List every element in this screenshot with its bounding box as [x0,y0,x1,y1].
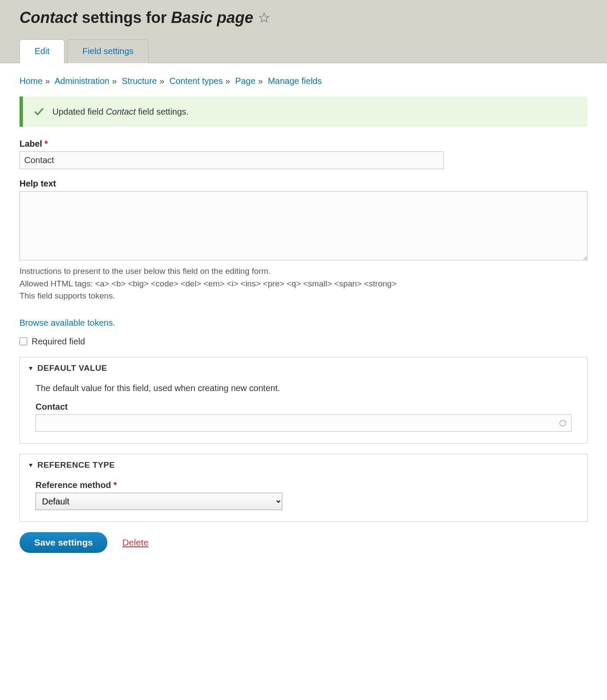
status-suffix: field settings. [136,107,188,116]
help-text-label: Help text [19,179,588,189]
reference-type-panel: ▼ Reference type Reference method * Defa… [19,454,588,522]
default-value-summary[interactable]: ▼ Default value [20,357,587,379]
page-title: Contact settings for Basic page [19,9,588,27]
reference-type-summary[interactable]: ▼ Reference type [20,454,587,476]
required-checkbox[interactable] [19,337,27,345]
star-icon[interactable] [258,12,270,23]
reference-method-label: Reference method * [36,480,571,490]
title-bundle: Basic page [171,9,253,26]
title-field-name: Contact [19,9,77,26]
tab-edit[interactable]: Edit [19,39,65,63]
tab-edit-label: Edit [35,46,49,56]
help-desc-2: Allowed HTML tags: <a> <b> <big> <code> … [19,278,588,290]
default-value-panel: ▼ Default value The default value for th… [19,357,588,443]
tab-field-settings-label: Field settings [82,46,133,56]
breadcrumb-manage-fields[interactable]: Manage fields [268,76,322,86]
status-field: Contact [106,107,136,116]
breadcrumb-admin[interactable]: Administration [55,76,110,86]
breadcrumb: Home» Administration» Structure» Content… [19,76,588,86]
default-value-field-label: Contact [36,402,571,412]
reference-method-select[interactable]: Default [36,493,282,510]
reference-type-summary-text: Reference type [37,460,115,470]
label-title-text: Label [19,139,42,148]
title-middle: settings for [77,9,171,26]
required-marker: * [113,480,117,490]
breadcrumb-structure[interactable]: Structure [122,76,157,86]
required-checkbox-label: Required field [32,337,85,347]
status-message: Updated field Contact field settings. [19,96,588,127]
throbber-icon [559,420,566,427]
svg-marker-0 [259,13,269,22]
delete-link[interactable]: Delete [122,537,149,548]
default-value-input[interactable] [36,414,571,432]
triangle-down-icon: ▼ [28,365,34,372]
breadcrumb-page[interactable]: Page [235,76,255,86]
browse-tokens-link[interactable]: Browse available tokens. [19,318,115,328]
save-button[interactable]: Save settings [19,532,107,553]
help-desc-1: Instructions to present to the user belo… [19,265,588,278]
required-marker: * [45,139,48,148]
primary-tabs: Edit Field settings [19,39,588,63]
help-desc-3: This field supports tokens. [19,290,588,302]
triangle-down-icon: ▼ [28,462,34,469]
default-value-summary-text: Default value [37,363,107,373]
status-prefix: Updated field [52,107,106,116]
label-input[interactable] [19,151,444,169]
tab-field-settings[interactable]: Field settings [67,39,149,63]
check-icon [33,106,45,117]
breadcrumb-home[interactable]: Home [19,76,42,86]
reference-method-label-text: Reference method [36,480,111,490]
breadcrumb-content-types[interactable]: Content types [169,76,223,86]
label-field-label: Label * [19,139,588,149]
default-value-desc: The default value for this field, used w… [36,383,571,393]
help-text-input[interactable] [19,191,588,260]
